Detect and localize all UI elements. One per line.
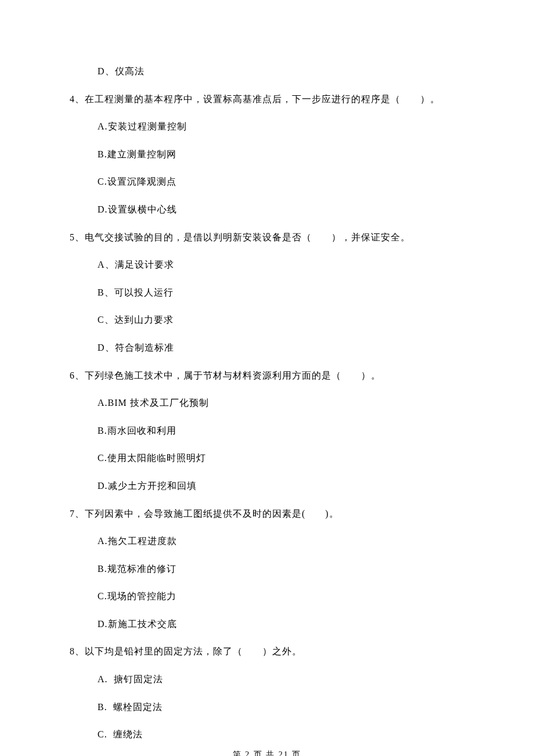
q7-option-b: B.规范标准的修订 (70, 561, 464, 577)
q6-option-d: D.减少土方开挖和回填 (70, 478, 464, 494)
q4-stem: 4、在工程测量的基本程序中，设置标高基准点后，下一步应进行的程序是（ ）。 (70, 92, 464, 107)
q8-option-a: A. 搪钉固定法 (70, 672, 464, 687)
q8-option-b: B. 螺栓固定法 (70, 700, 464, 715)
q4-option-c: C.设置沉降观测点 (70, 174, 464, 189)
q5-option-d: D、符合制造标准 (70, 340, 464, 355)
page-footer: 第 2 页 共 21 页 (0, 748, 534, 756)
page: D、仪高法 4、在工程测量的基本程序中，设置标高基准点后，下一步应进行的程序是（… (0, 0, 534, 756)
q6-option-a: A.BIM 技术及工厂化预制 (70, 395, 464, 411)
q4-option-d: D.设置纵横中心线 (70, 202, 464, 217)
q5-option-b: B、可以投人运行 (70, 285, 464, 300)
q5-stem: 5、电气交接试验的目的，是借以判明新安装设备是否（ ），并保证安全。 (70, 230, 464, 245)
q4-option-b: B.建立测量控制网 (70, 147, 464, 162)
q6-option-c: C.使用太阳能临时照明灯 (70, 451, 464, 466)
q7-option-c: C.现场的管控能力 (70, 589, 464, 604)
q7-option-a: A.拖欠工程进度款 (70, 534, 464, 549)
q3-option-d: D、仪高法 (70, 64, 464, 79)
q6-option-b: B.雨水回收和利用 (70, 423, 464, 438)
q7-option-d: D.新施工技术交底 (70, 617, 464, 632)
q5-option-a: A、满足设计要求 (70, 257, 464, 272)
q8-stem: 8、以下均是铅衬里的固定方法，除了（ ）之外。 (70, 644, 464, 659)
q8-option-c: C. 缠绕法 (70, 727, 464, 742)
q4-option-a: A.安装过程测量控制 (70, 119, 464, 134)
q5-option-c: C、达到山力要求 (70, 312, 464, 327)
q6-stem: 6、下列绿色施工技术中，属于节材与材料资源利用方面的是（ ）。 (70, 368, 464, 383)
q7-stem: 7、下列因素中，会导致施工图纸提供不及时的因素是( )。 (70, 506, 464, 521)
